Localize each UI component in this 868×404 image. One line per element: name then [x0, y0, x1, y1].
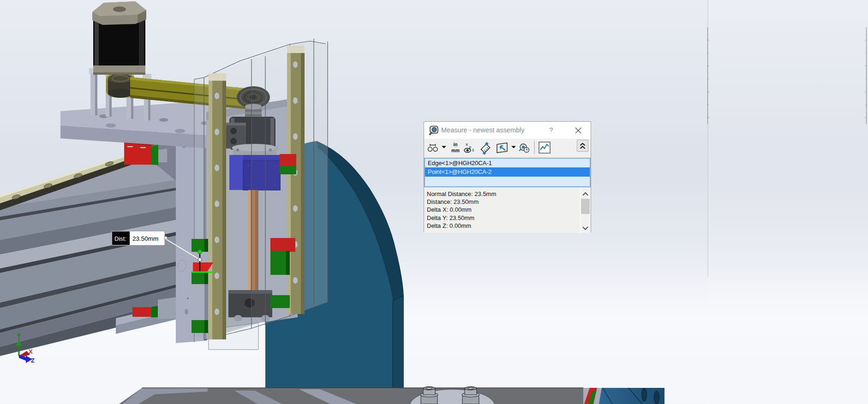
svg-text:Dist:: Dist: [114, 235, 126, 242]
svg-text:z: z [472, 148, 474, 152]
svg-text:X: X [29, 348, 33, 355]
svg-text:23.50mm: 23.50mm [132, 235, 158, 242]
svg-text:Z: Z [31, 357, 35, 364]
svg-text:x: x [466, 142, 468, 147]
svg-text:mm: mm [451, 148, 460, 153]
svg-text:in: in [454, 142, 458, 147]
